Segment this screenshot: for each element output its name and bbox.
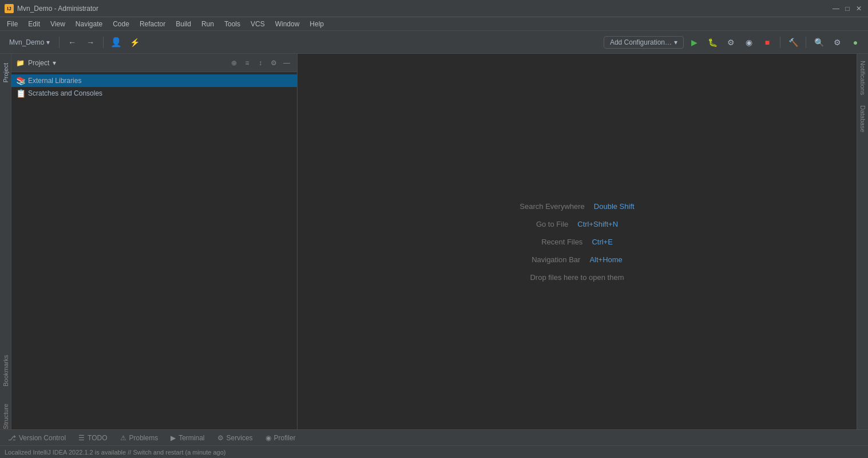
title-left: IJ Mvn_Demo - Administrator: [5, 4, 98, 13]
collapse-all-button[interactable]: ⊕: [228, 57, 240, 69]
menu-item-edit[interactable]: Edit: [23, 19, 45, 29]
git-icon[interactable]: ⚡: [126, 34, 142, 50]
editor-hint: Recent FilesCtrl+E: [541, 238, 613, 246]
project-panel-title: 📁 Project ▾: [16, 59, 56, 67]
tree-item-label: External Libraries: [28, 77, 81, 85]
maximize-button[interactable]: □: [843, 4, 852, 13]
tree-item[interactable]: 📋Scratches and Consoles: [11, 87, 297, 100]
hint-text: Drop files here to open them: [530, 273, 624, 282]
tree-item[interactable]: 📚External Libraries: [11, 74, 297, 87]
stop-button[interactable]: ■: [759, 34, 775, 50]
hint-shortcut: Ctrl+E: [592, 238, 612, 246]
tab-label: Version Control: [19, 434, 66, 442]
tab-label: Terminal: [179, 434, 204, 442]
dropdown-arrow[interactable]: ▾: [53, 59, 56, 67]
hint-shortcut: Ctrl+Shift+N: [577, 220, 618, 228]
menu-item-refactor[interactable]: Refactor: [135, 19, 170, 29]
build-button[interactable]: 🔨: [785, 34, 801, 50]
menu-item-run[interactable]: Run: [197, 19, 219, 29]
tab-label: TODO: [88, 434, 107, 442]
bottom-tab-todo[interactable]: ☰TODO: [73, 431, 113, 445]
main-layout: Project 📁 Project ▾ ⊕ ≡ ↕ ⚙ — 📚External …: [0, 54, 868, 429]
editor-hint: Navigation BarAlt+Home: [532, 255, 623, 264]
project-panel-header: 📁 Project ▾ ⊕ ≡ ↕ ⚙ —: [11, 54, 297, 72]
menu-bar: FileEditViewNavigateCodeRefactorBuildRun…: [0, 17, 868, 31]
hint-text: Navigation Bar: [532, 255, 580, 264]
menu-item-view[interactable]: View: [46, 19, 70, 29]
hide-panel-button[interactable]: —: [281, 57, 292, 69]
hint-shortcut: Alt+Home: [589, 255, 622, 264]
bottom-tab-version-control[interactable]: ⎇Version Control: [2, 431, 72, 445]
tab-label: Services: [227, 434, 253, 442]
project-tree: 📚External Libraries📋Scratches and Consol…: [11, 72, 297, 429]
search-everywhere-icon[interactable]: 👤: [108, 34, 124, 50]
tab-icon: ▶: [171, 434, 176, 442]
tab-icon: ⎇: [8, 434, 16, 442]
menu-item-build[interactable]: Build: [171, 19, 196, 29]
close-button[interactable]: ✕: [854, 4, 863, 13]
toolbar-separator-1: [59, 37, 60, 48]
editor-hint: Search EverywhereDouble Shift: [520, 202, 634, 211]
run-with-coverage-button[interactable]: ⚙: [723, 34, 739, 50]
editor-hint: Go to FileCtrl+Shift+N: [536, 220, 618, 228]
window-controls: — □ ✕: [831, 4, 863, 13]
menu-item-navigate[interactable]: Navigate: [71, 19, 107, 29]
tab-icon: ◉: [265, 434, 271, 442]
bottom-tab-terminal[interactable]: ▶Terminal: [165, 431, 210, 445]
nav-back-button[interactable]: ←: [64, 34, 80, 50]
settings-panel-button[interactable]: ⚙: [268, 57, 279, 69]
profile-button[interactable]: ◉: [741, 34, 757, 50]
chevron-down-icon: ▾: [46, 38, 50, 46]
tab-icon: ⚠: [120, 434, 126, 442]
search-button[interactable]: 🔍: [811, 34, 827, 50]
minimize-button[interactable]: —: [831, 4, 841, 13]
tab-icon: ⚙: [217, 434, 224, 442]
debug-button[interactable]: 🐛: [704, 34, 720, 50]
hint-text: Go to File: [536, 220, 568, 228]
menu-item-code[interactable]: Code: [108, 19, 134, 29]
bottom-tab-profiler[interactable]: ◉Profiler: [260, 431, 302, 445]
bottom-tab-services[interactable]: ⚙Services: [212, 431, 259, 445]
sidebar-item-bookmarks[interactable]: Bookmarks: [2, 355, 9, 386]
tree-item-icon: 📋: [16, 89, 26, 98]
sidebar-item-database[interactable]: Database: [858, 101, 868, 137]
update-button[interactable]: ●: [847, 34, 863, 50]
left-side-bottom: Bookmarks Structure: [0, 355, 11, 429]
sort-button[interactable]: ↕: [255, 57, 266, 69]
bottom-tabs: ⎇Version Control☰TODO⚠Problems▶Terminal⚙…: [0, 429, 868, 445]
add-configuration-button[interactable]: Add Configuration… ▾: [604, 36, 684, 49]
nav-forward-button[interactable]: →: [82, 34, 98, 50]
menu-item-tools[interactable]: Tools: [220, 19, 245, 29]
tree-item-label: Scratches and Consoles: [28, 89, 102, 97]
project-label: Project: [28, 59, 49, 67]
chevron-icon: ▾: [674, 38, 677, 46]
right-sidebar: Notifications Database: [857, 54, 868, 429]
app-icon: IJ: [5, 4, 14, 13]
hint-text: Recent Files: [541, 238, 582, 246]
title-bar: IJ Mvn_Demo - Administrator — □ ✕: [0, 0, 868, 17]
status-text: Localized IntelliJ IDEA 2022.1.2 is avai…: [5, 449, 225, 456]
menu-item-vcs[interactable]: VCS: [246, 19, 269, 29]
sidebar-item-structure[interactable]: Structure: [2, 404, 9, 429]
add-config-label: Add Configuration…: [610, 38, 672, 46]
project-panel-actions: ⊕ ≡ ↕ ⚙ —: [228, 57, 292, 69]
hint-text: Search Everywhere: [520, 202, 584, 211]
run-button[interactable]: ▶: [686, 34, 702, 50]
folder-icon: 📁: [16, 59, 25, 67]
status-bar: Localized IntelliJ IDEA 2022.1.2 is avai…: [0, 445, 868, 458]
tab-label: Problems: [129, 434, 158, 442]
sidebar-item-project[interactable]: Project: [1, 58, 11, 87]
sidebar-item-notifications[interactable]: Notifications: [858, 56, 868, 100]
settings-button[interactable]: ⚙: [829, 34, 845, 50]
show-options-button[interactable]: ≡: [241, 57, 253, 69]
title-text: Mvn_Demo - Administrator: [17, 5, 98, 13]
project-panel: 📁 Project ▾ ⊕ ≡ ↕ ⚙ — 📚External Librarie…: [11, 54, 298, 429]
project-dropdown[interactable]: Mvn_Demo ▾: [5, 36, 54, 49]
menu-item-file[interactable]: File: [2, 19, 22, 29]
bottom-tab-problems[interactable]: ⚠Problems: [114, 431, 164, 445]
tree-item-icon: 📚: [16, 76, 26, 85]
menu-item-window[interactable]: Window: [271, 19, 304, 29]
editor-hint: Drop files here to open them: [530, 273, 624, 282]
hint-shortcut: Double Shift: [594, 202, 635, 211]
menu-item-help[interactable]: Help: [305, 19, 328, 29]
